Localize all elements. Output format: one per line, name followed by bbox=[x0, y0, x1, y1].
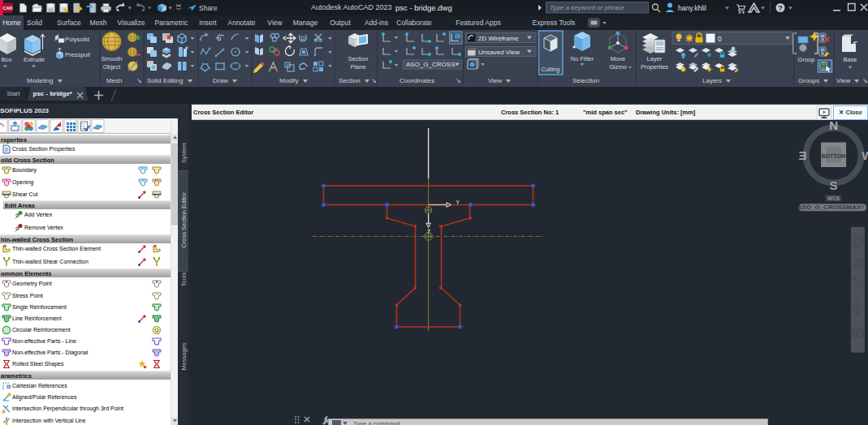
svg-text:?: ? bbox=[778, 4, 783, 12]
svg-text:Share: Share bbox=[199, 4, 218, 12]
svg-text:S: S bbox=[830, 178, 838, 192]
svg-text:N: N bbox=[829, 118, 838, 132]
svg-text:W: W bbox=[862, 148, 868, 162]
svg-text:ASO_G_CROSSMAX: ASO_G_CROSSMAX bbox=[797, 204, 862, 211]
svg-text:CAD: CAD bbox=[3, 6, 13, 11]
svg-text:Type a keyword or phrase: Type a keyword or phrase bbox=[550, 4, 624, 11]
svg-text:Y: Y bbox=[456, 200, 460, 205]
svg-text:E: E bbox=[798, 148, 806, 162]
svg-text:hany.khlil: hany.khlil bbox=[678, 4, 706, 12]
svg-text:BOTTOM: BOTTOM bbox=[821, 153, 845, 159]
svg-text:WCS: WCS bbox=[827, 195, 840, 201]
